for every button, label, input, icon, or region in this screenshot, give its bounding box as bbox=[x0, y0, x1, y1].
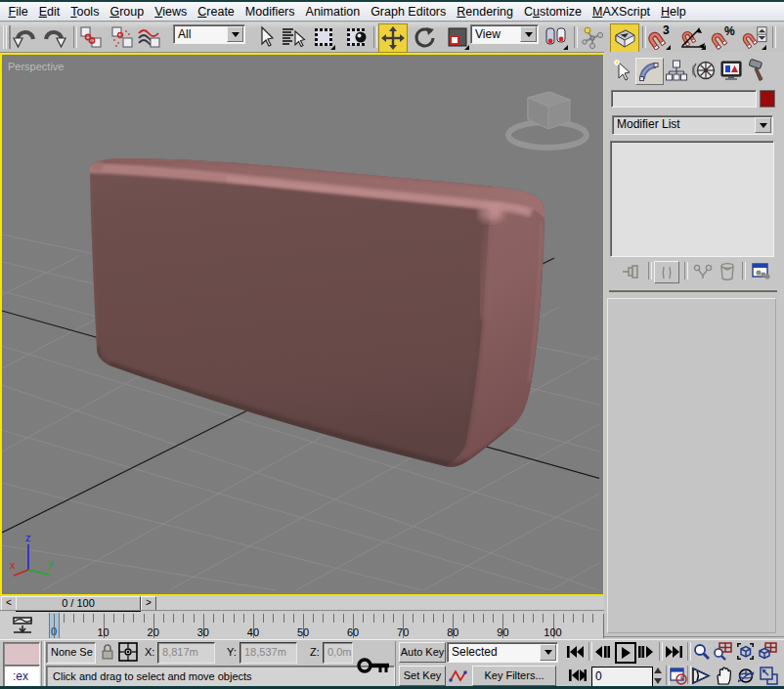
menu-file[interactable]: File bbox=[3, 3, 33, 22]
current-frame-marker[interactable]: 0 bbox=[49, 613, 60, 638]
frame-number-field[interactable]: 0 bbox=[591, 667, 653, 687]
macro-recorder-pane[interactable] bbox=[3, 642, 40, 666]
dropdown-arrow-icon[interactable] bbox=[540, 644, 556, 661]
coordinate-system-dropdown[interactable]: View bbox=[470, 24, 539, 44]
snap-3d-button[interactable]: 3 bbox=[646, 23, 672, 51]
set-key-button[interactable]: Set Key bbox=[399, 666, 446, 686]
y-coordinate-field[interactable]: 18,537m bbox=[240, 642, 297, 664]
ruler-tick bbox=[223, 614, 224, 623]
configure-modifier-sets-button[interactable] bbox=[751, 261, 772, 281]
create-tab[interactable] bbox=[608, 58, 634, 83]
menu-animation[interactable]: Animation bbox=[300, 3, 366, 22]
statusbar-splitter[interactable] bbox=[41, 641, 45, 686]
menu-edit[interactable]: Edit bbox=[33, 3, 65, 22]
select-and-link-icon bbox=[79, 25, 103, 49]
object-color-swatch[interactable] bbox=[760, 90, 775, 108]
angle-snap-button[interactable] bbox=[677, 23, 707, 51]
hierarchy-tab[interactable] bbox=[663, 58, 689, 83]
default-tangent-icon[interactable] bbox=[449, 667, 468, 686]
window-crossing-button[interactable] bbox=[343, 23, 369, 51]
select-and-move-button[interactable] bbox=[378, 23, 408, 53]
go-to-start-icon[interactable] bbox=[567, 645, 585, 659]
utilities-tab[interactable] bbox=[745, 58, 771, 83]
menu-maxscript[interactable]: MAXScript bbox=[588, 3, 656, 22]
zoom-extents-icon[interactable] bbox=[736, 642, 755, 661]
ruler-label-60: 60 bbox=[347, 626, 359, 638]
toolbar-separator bbox=[73, 26, 77, 48]
menu-customize[interactable]: Customize bbox=[518, 3, 587, 22]
motion-tab[interactable] bbox=[690, 58, 717, 83]
menu-graph-editors[interactable]: Graph Editors bbox=[366, 3, 452, 22]
key-filters-button[interactable]: Key Filters... bbox=[472, 666, 556, 686]
object-name-field[interactable] bbox=[611, 90, 757, 108]
pin-stack-button[interactable] bbox=[621, 261, 642, 281]
modifier-stack-list[interactable] bbox=[610, 141, 774, 257]
selection-filter-dropdown[interactable]: All bbox=[173, 24, 245, 44]
track-bar[interactable]: 0 102030405060708090100 bbox=[0, 612, 604, 640]
key-filter-dropdown[interactable]: Selected bbox=[447, 642, 558, 663]
next-frame-icon[interactable] bbox=[638, 645, 654, 659]
time-slider-handle[interactable]: 0 / 100 bbox=[16, 596, 141, 611]
time-slider-next-button[interactable]: > bbox=[141, 596, 156, 611]
min-max-toggle-icon[interactable] bbox=[760, 667, 778, 685]
select-object-button[interactable] bbox=[252, 23, 278, 51]
frame-spinner[interactable] bbox=[653, 667, 663, 685]
dropdown-arrow-icon[interactable] bbox=[227, 26, 243, 42]
select-and-link-button[interactable] bbox=[78, 23, 104, 51]
pan-hand-icon[interactable] bbox=[715, 667, 733, 685]
redo-button[interactable] bbox=[42, 23, 67, 51]
select-and-scale-button[interactable] bbox=[445, 23, 470, 51]
menu-group[interactable]: Group bbox=[105, 3, 150, 22]
arc-rotate-icon[interactable] bbox=[736, 667, 756, 685]
zoom-extents-all-icon[interactable] bbox=[759, 642, 777, 661]
previous-frame-icon[interactable] bbox=[594, 645, 610, 659]
zoom-icon[interactable] bbox=[693, 643, 710, 661]
menu-create[interactable]: Create bbox=[193, 3, 240, 22]
selection-lock-icon[interactable] bbox=[101, 643, 114, 661]
keyboard-override-button[interactable] bbox=[610, 23, 639, 53]
use-pivot-center-button[interactable] bbox=[544, 23, 569, 51]
unlink-selection-button[interactable] bbox=[109, 23, 135, 51]
auto-key-button[interactable]: Auto Key bbox=[399, 642, 446, 663]
percent-snap-button[interactable]: % bbox=[711, 23, 736, 51]
go-to-end-icon[interactable] bbox=[665, 645, 682, 659]
select-and-rotate-button[interactable] bbox=[412, 23, 437, 51]
viewport-label[interactable]: Perspective bbox=[8, 61, 64, 72]
toolbar-grip[interactable] bbox=[3, 25, 11, 49]
time-slider-prev-button[interactable]: < bbox=[1, 596, 17, 611]
field-of-view-icon[interactable] bbox=[692, 667, 712, 685]
dropdown-arrow-icon[interactable] bbox=[755, 117, 771, 133]
bind-to-spacewarp-button[interactable] bbox=[137, 23, 162, 51]
set-keys-button[interactable] bbox=[354, 641, 396, 686]
menu-modifiers[interactable]: Modifiers bbox=[240, 3, 300, 22]
listener-pane[interactable]: :ex bbox=[3, 665, 40, 688]
menu-help[interactable]: Help bbox=[656, 3, 692, 22]
select-by-name-button[interactable] bbox=[281, 23, 306, 51]
spinner-snap-button[interactable] bbox=[742, 23, 767, 51]
playback-separator bbox=[588, 642, 592, 661]
perspective-viewport[interactable] bbox=[0, 53, 605, 596]
time-configuration-icon[interactable] bbox=[670, 667, 687, 685]
remove-modifier-button[interactable] bbox=[717, 261, 738, 281]
dropdown-arrow-icon[interactable] bbox=[520, 26, 537, 42]
display-tab[interactable] bbox=[718, 58, 744, 83]
open-mini-curve-editor-icon[interactable] bbox=[12, 617, 35, 636]
menu-rendering[interactable]: Rendering bbox=[452, 3, 519, 22]
select-and-manipulate-button[interactable] bbox=[580, 23, 605, 51]
x-coordinate-field[interactable]: 8,817m bbox=[157, 642, 215, 664]
key-mode-toggle-icon[interactable] bbox=[569, 668, 587, 682]
tripod-y-label: y bbox=[48, 557, 54, 569]
show-end-result-button[interactable] bbox=[654, 261, 679, 283]
zoom-all-icon[interactable] bbox=[714, 642, 732, 661]
z-coordinate-field[interactable]: 0,0m bbox=[323, 642, 353, 664]
absolute-mode-toggle-icon[interactable] bbox=[117, 642, 139, 662]
play-button[interactable] bbox=[615, 642, 636, 664]
modifier-list-dropdown[interactable]: Modifier List bbox=[612, 115, 773, 135]
rectangular-selection-button[interactable] bbox=[311, 23, 336, 51]
menu-views[interactable]: Views bbox=[150, 3, 193, 22]
make-unique-button[interactable] bbox=[692, 261, 714, 281]
modify-tab[interactable] bbox=[635, 58, 664, 85]
create-tab-icon bbox=[610, 59, 633, 82]
menu-tools[interactable]: Tools bbox=[65, 3, 105, 22]
undo-button[interactable] bbox=[12, 23, 37, 51]
